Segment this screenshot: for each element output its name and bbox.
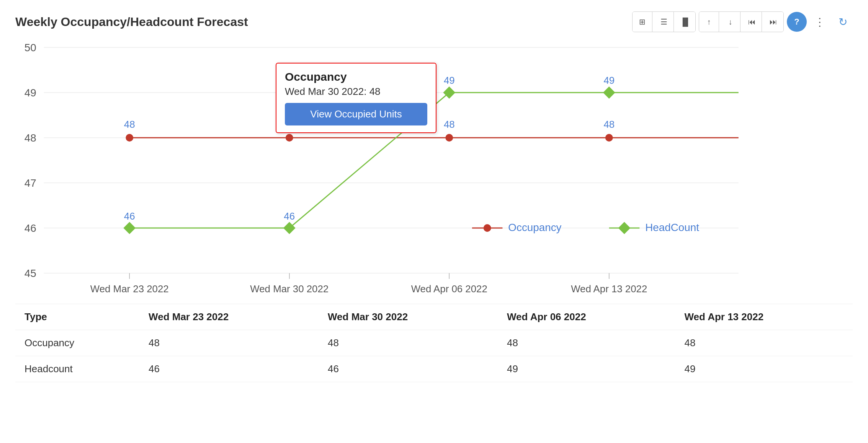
col-date2-header: Wed Mar 30 2022 (319, 304, 498, 330)
row-occupancy-val3: 48 (498, 330, 675, 356)
svg-marker-39 (603, 86, 615, 99)
row-headcount-val4: 49 (675, 356, 853, 382)
svg-text:HeadCount: HeadCount (645, 222, 699, 233)
arrow-up-btn[interactable]: ↑ (699, 12, 719, 32)
arrow-down-btn[interactable]: ↓ (721, 12, 740, 32)
tooltip-date: Wed Mar 30 2022: 48 (285, 86, 427, 98)
more-btn[interactable]: ⋮ (810, 12, 830, 32)
svg-text:47: 47 (25, 177, 36, 189)
svg-point-27 (605, 134, 613, 142)
tooltip-title: Occupancy (285, 70, 427, 83)
svg-text:49: 49 (25, 87, 36, 99)
svg-text:46: 46 (284, 211, 295, 222)
view-occupied-units-button[interactable]: View Occupied Units (285, 103, 427, 125)
svg-text:Wed Apr 06 2022: Wed Apr 06 2022 (411, 283, 487, 294)
col-date3-header: Wed Apr 06 2022 (498, 304, 675, 330)
bar-view-btn[interactable]: ▐▌ (675, 12, 695, 32)
row-occupancy-val2: 48 (319, 330, 498, 356)
chart-tooltip: Occupancy Wed Mar 30 2022: 48 View Occup… (276, 63, 436, 133)
svg-text:46: 46 (124, 211, 135, 222)
svg-text:48: 48 (124, 119, 135, 130)
data-table: Type Wed Mar 23 2022 Wed Mar 30 2022 Wed… (15, 304, 853, 382)
chart-wrapper: 50 49 48 47 46 45 Wed Mar 23 202 (15, 40, 853, 300)
table-header-row: Type Wed Mar 23 2022 Wed Mar 30 2022 Wed… (15, 304, 853, 330)
row-occupancy-label: Occupancy (15, 330, 139, 356)
header: Weekly Occupancy/Headcount Forecast ⊞ ☰ … (15, 11, 853, 32)
svg-text:48: 48 (25, 132, 36, 144)
grid-view-btn[interactable]: ⊞ (633, 12, 652, 32)
help-btn[interactable]: ? (787, 12, 807, 32)
nav-group: ↑ ↓ ⏮ ⏭ (699, 11, 784, 32)
refresh-btn[interactable]: ↻ (833, 12, 853, 32)
chart-title: Weekly Occupancy/Headcount Forecast (15, 15, 248, 29)
view-toggle-group: ⊞ ☰ ▐▌ (632, 11, 696, 32)
svg-marker-36 (123, 222, 136, 234)
svg-text:Wed Mar 30 2022: Wed Mar 30 2022 (250, 283, 329, 294)
svg-text:Occupancy: Occupancy (508, 222, 561, 233)
list-view-btn[interactable]: ☰ (654, 12, 674, 32)
svg-text:49: 49 (603, 75, 615, 86)
toolbar: ⊞ ☰ ▐▌ ↑ ↓ ⏮ ⏭ ? ⋮ ↻ (632, 11, 853, 32)
row-headcount-label: Headcount (15, 356, 139, 382)
col-date4-header: Wed Apr 13 2022 (675, 304, 853, 330)
svg-text:49: 49 (444, 75, 455, 86)
svg-text:Wed Apr 13 2022: Wed Apr 13 2022 (571, 283, 647, 294)
svg-point-24 (126, 134, 133, 142)
svg-marker-48 (618, 222, 631, 234)
row-headcount-val2: 46 (319, 356, 498, 382)
svg-point-26 (445, 134, 453, 142)
row-headcount-val1: 46 (139, 356, 319, 382)
table-row: Headcount 46 46 49 49 (15, 356, 853, 382)
row-occupancy-val4: 48 (675, 330, 853, 356)
table-row: Occupancy 48 48 48 48 (15, 330, 853, 356)
svg-text:45: 45 (25, 267, 36, 279)
main-container: Weekly Occupancy/Headcount Forecast ⊞ ☰ … (0, 0, 868, 443)
first-btn[interactable]: ⏮ (742, 12, 762, 32)
svg-text:48: 48 (603, 119, 615, 130)
row-occupancy-val1: 48 (139, 330, 319, 356)
row-headcount-val3: 49 (498, 356, 675, 382)
col-type-header: Type (15, 304, 139, 330)
last-btn[interactable]: ⏭ (763, 12, 783, 32)
chart-area: 50 49 48 47 46 45 Wed Mar 23 202 (15, 40, 853, 432)
svg-point-45 (484, 224, 491, 232)
svg-text:50: 50 (25, 42, 36, 54)
svg-text:46: 46 (25, 222, 36, 234)
svg-point-25 (286, 134, 293, 142)
col-date1-header: Wed Mar 23 2022 (139, 304, 319, 330)
svg-text:Wed Mar 23 2022: Wed Mar 23 2022 (90, 283, 169, 294)
svg-text:48: 48 (444, 119, 455, 130)
